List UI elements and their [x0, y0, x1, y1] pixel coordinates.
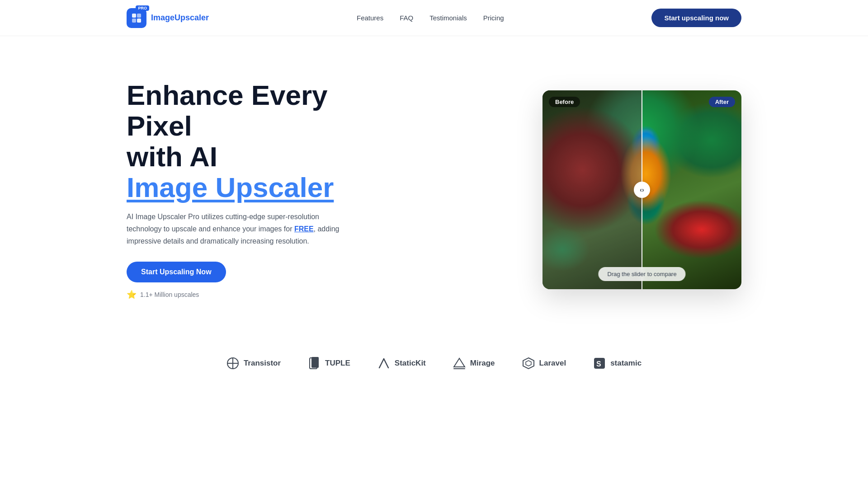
brand-tuple-label: TUPLE [325, 359, 350, 368]
pro-badge: PRO [136, 5, 149, 11]
svg-marker-13 [523, 358, 534, 369]
drag-hint: Drag the slider to compare [598, 267, 685, 281]
comparison-widget[interactable]: ‹› Before After Drag the slider to compa… [542, 90, 741, 289]
start-upscaling-hero-button[interactable]: Start Upscaling Now [127, 262, 226, 282]
brand-statickit-label: StaticKit [395, 359, 426, 368]
before-badge: Before [549, 97, 580, 107]
nav-pricing[interactable]: Pricing [483, 14, 504, 22]
svg-text:S: S [596, 360, 601, 368]
logo-icon: PRO [127, 8, 146, 28]
laravel-icon [522, 357, 535, 370]
svg-line-9 [379, 359, 384, 368]
svg-rect-8 [311, 357, 319, 368]
hero-description: AI Image Upscaler Pro utilizes cutting-e… [127, 211, 353, 248]
brand-statickit[interactable]: StaticKit [377, 357, 426, 370]
brand-transistor[interactable]: Transistor [226, 357, 281, 370]
hero-section: Enhance Every Pixel with AI Image Upscal… [0, 36, 868, 343]
stat-count: 1.1+ Million upscales [140, 291, 199, 298]
brand-tuple[interactable]: TUPLE [308, 357, 350, 370]
brand-transistor-label: Transistor [244, 359, 281, 368]
bottom-spacer [0, 392, 868, 419]
brand-statamic[interactable]: S statamic [593, 357, 642, 370]
svg-rect-2 [132, 19, 136, 23]
svg-rect-1 [137, 14, 141, 18]
svg-rect-3 [137, 19, 141, 23]
mirage-icon [453, 357, 466, 370]
logo-text: ImageUpscaler [151, 13, 209, 23]
star-icon: ⭐ [127, 290, 137, 300]
transistor-icon [226, 357, 239, 370]
nav-faq[interactable]: FAQ [400, 14, 413, 22]
free-badge[interactable]: FREE [294, 225, 314, 233]
brand-mirage[interactable]: Mirage [453, 357, 495, 370]
hero-stat: ⭐ 1.1+ Million upscales [127, 290, 380, 300]
logo[interactable]: PRO ImageUpscaler [127, 8, 209, 28]
svg-line-10 [384, 359, 388, 368]
brand-statamic-label: statamic [610, 359, 642, 368]
tuple-icon [308, 357, 321, 370]
brand-laravel-label: Laravel [539, 359, 566, 368]
hero-title: Enhance Every Pixel with AI Image Upscal… [127, 80, 380, 203]
svg-rect-0 [132, 14, 136, 18]
nav-features[interactable]: Features [357, 14, 383, 22]
statickit-icon [377, 357, 390, 370]
hero-title-colored: Image Upscaler [127, 172, 380, 203]
brand-laravel[interactable]: Laravel [522, 357, 566, 370]
brand-mirage-label: Mirage [470, 359, 495, 368]
nav-links: Features FAQ Testimonials Pricing [357, 14, 504, 22]
nav-testimonials[interactable]: Testimonials [429, 14, 467, 22]
hero-left: Enhance Every Pixel with AI Image Upscal… [127, 80, 380, 300]
statamic-icon: S [593, 357, 606, 370]
svg-marker-14 [526, 361, 531, 366]
svg-marker-11 [454, 358, 465, 367]
brands-section: Transistor TUPLE StaticKit Mirag [0, 343, 868, 392]
start-upscaling-header-button[interactable]: Start upscaling now [651, 9, 741, 27]
navbar: PRO ImageUpscaler Features FAQ Testimoni… [0, 0, 868, 36]
after-badge: After [709, 97, 735, 107]
compare-handle[interactable]: ‹› [634, 182, 650, 198]
